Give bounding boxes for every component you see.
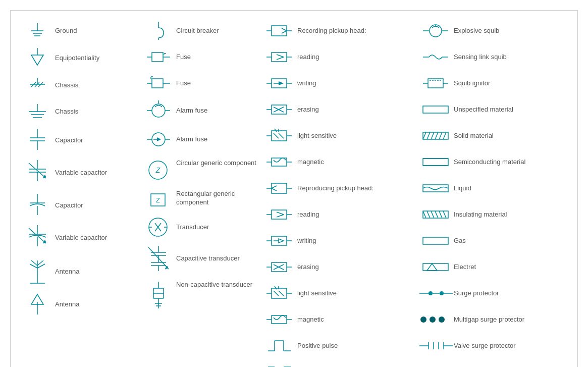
magnetic1-symbol (265, 155, 293, 169)
circuit-breaker-symbol (144, 21, 172, 41)
svg-rect-192 (423, 185, 448, 192)
list-item: magnetic (265, 309, 417, 330)
list-item: Electret (422, 257, 573, 277)
list-item: Squib ignitor (422, 73, 573, 93)
list-item: Gas (422, 231, 573, 251)
svg-text:Z: Z (155, 166, 161, 174)
item-label: Unspecified material (454, 106, 513, 114)
list-item: Fuse (144, 73, 260, 93)
item-label: Alarm fuse (176, 107, 207, 115)
item-label: Chassis (55, 81, 78, 90)
svg-line-184 (427, 132, 430, 139)
svg-rect-189 (423, 159, 448, 166)
reading1-symbol (265, 50, 293, 64)
item-label: light sensitive (297, 289, 337, 298)
list-item: Transducer (144, 216, 260, 239)
variable-capacitor1-symbol (23, 159, 51, 187)
item-label: Circuit breaker (176, 27, 219, 35)
gas-symbol (422, 235, 450, 246)
list-item: Explosive squib (422, 21, 573, 41)
svg-line-123 (272, 188, 277, 191)
list-item: writing (265, 231, 417, 251)
list-item: writing (265, 73, 417, 93)
list-item: Negative pulse (265, 362, 417, 367)
list-item: Chassis (23, 75, 139, 95)
alarm-fuse2-symbol (144, 128, 172, 151)
item-label: Gas (454, 237, 466, 245)
valve-surge-protector-symbol (422, 340, 450, 351)
svg-rect-148 (272, 316, 287, 324)
item-label: Liquid (454, 184, 471, 193)
equipotentiality-symbol (23, 47, 51, 69)
svg-line-97 (277, 55, 284, 57)
fuse1-symbol (144, 48, 172, 66)
circular-generic-symbol: Z (144, 159, 172, 182)
list-item: reading (265, 204, 417, 225)
svg-marker-103 (279, 81, 284, 85)
svg-line-122 (272, 186, 277, 188)
list-item: Capacitive transducer (144, 245, 260, 273)
sensing-link-squib-symbol (422, 50, 450, 64)
svg-line-199 (443, 211, 446, 218)
list-item: Multigap surge protector (422, 309, 573, 330)
item-label: Recording pickup head: (297, 27, 366, 35)
svg-rect-121 (272, 183, 287, 193)
list-item: Fuse (144, 47, 260, 67)
item-label: Fuse (176, 79, 191, 88)
item-label: reading (297, 53, 319, 62)
svg-line-143 (279, 291, 284, 296)
solid-material-symbol (422, 130, 450, 141)
svg-line-127 (277, 212, 284, 215)
svg-rect-126 (272, 210, 287, 219)
item-label: erasing (297, 106, 319, 114)
recording-head-symbol (265, 23, 293, 38)
capacitor2-symbol (23, 193, 51, 218)
antenna2-symbol (23, 292, 51, 317)
list-item: Ground (23, 21, 139, 41)
list-item: Reproducing pickup head: (265, 178, 417, 198)
svg-line-128 (277, 215, 284, 217)
item-label: light sensitive (297, 132, 337, 140)
writing2-symbol (265, 234, 293, 248)
semiconducting-material-symbol (422, 156, 450, 168)
insulating-material-symbol (422, 209, 450, 220)
chassis1-symbol (23, 75, 51, 95)
list-item: Capacitor (23, 193, 139, 218)
svg-line-115 (275, 129, 277, 132)
list-item: Variable capacitor (23, 224, 139, 252)
symbol-grid: Ground Equipotentiality (21, 21, 567, 367)
list-item: Surge protector (422, 283, 573, 303)
list-item: reading (265, 47, 417, 67)
item-label: writing (297, 237, 316, 245)
svg-marker-62 (157, 137, 161, 141)
item-label: Fuse (176, 53, 191, 62)
svg-line-196 (431, 211, 434, 218)
squib-ignitor-symbol (422, 76, 450, 90)
svg-point-208 (420, 317, 426, 323)
list-item: Antenna (23, 258, 139, 286)
antenna1-symbol (23, 258, 51, 286)
col1: Ground Equipotentiality (21, 21, 142, 367)
erasing2-symbol (265, 260, 293, 274)
negative-pulse-symbol (265, 362, 293, 367)
list-item: Semiconducting material (422, 152, 573, 172)
rectangular-generic-symbol: Z (144, 190, 172, 210)
svg-rect-50 (152, 79, 163, 88)
list-item: magnetic (265, 152, 417, 172)
list-item: Capacitor (23, 128, 139, 153)
list-item: Valve surge protector (422, 336, 573, 356)
item-label: Rectangular generic component (176, 190, 260, 207)
svg-rect-111 (272, 131, 287, 141)
svg-point-209 (430, 317, 436, 323)
light-sensitive1-symbol (265, 128, 293, 144)
list-item: Variable capacitor (23, 159, 139, 187)
capacitive-transducer-symbol (144, 245, 172, 273)
svg-line-142 (274, 291, 279, 296)
item-label: Explosive squib (454, 27, 499, 35)
svg-rect-96 (272, 53, 287, 62)
item-label: writing (297, 79, 316, 88)
list-item: Alarm fuse (144, 99, 260, 122)
list-item: erasing (265, 99, 417, 120)
svg-rect-91 (272, 26, 287, 36)
col3: Recording pickup head: reading (263, 21, 419, 367)
